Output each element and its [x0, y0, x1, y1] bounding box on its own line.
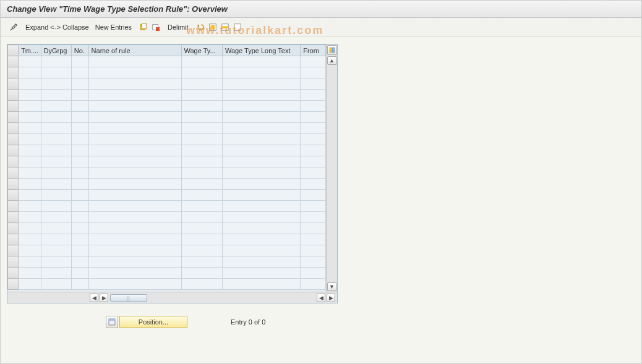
cell[interactable] [181, 201, 222, 212]
cell[interactable] [41, 201, 71, 212]
scroll-right-step-icon[interactable]: ▶ [100, 294, 108, 302]
cell[interactable] [181, 90, 222, 101]
cell[interactable] [301, 156, 326, 167]
row-selector[interactable] [8, 279, 19, 290]
cell[interactable] [301, 256, 326, 268]
cell[interactable] [71, 123, 88, 134]
cell[interactable] [41, 90, 71, 101]
cell[interactable] [222, 190, 300, 201]
cell[interactable] [222, 201, 300, 212]
cell[interactable] [19, 78, 41, 90]
cell[interactable] [301, 179, 326, 190]
cell[interactable] [88, 223, 181, 234]
cell[interactable] [19, 179, 41, 190]
table-row[interactable] [8, 145, 326, 156]
cell[interactable] [19, 123, 41, 134]
row-selector[interactable] [8, 212, 19, 223]
cell[interactable] [41, 167, 71, 179]
expand-collapse-button[interactable]: Expand <-> Collapse [25, 20, 89, 34]
cell[interactable] [301, 134, 326, 145]
cell[interactable] [19, 112, 41, 123]
scroll-right-icon[interactable]: ▶ [327, 294, 335, 302]
cell[interactable] [88, 234, 181, 245]
cell[interactable] [301, 167, 326, 179]
table-row[interactable] [8, 212, 326, 223]
cell[interactable] [181, 134, 222, 145]
position-button[interactable]: Position... [119, 316, 187, 328]
table-row[interactable] [8, 90, 326, 101]
scroll-down-icon[interactable]: ▼ [327, 282, 337, 291]
cell[interactable] [71, 67, 88, 78]
cell[interactable] [19, 67, 41, 78]
table-row[interactable] [8, 112, 326, 123]
cell[interactable] [222, 279, 300, 290]
new-entries-button[interactable]: New Entries [95, 20, 132, 34]
col-header-dygrpg[interactable]: DyGrpg [41, 45, 71, 56]
cell[interactable] [222, 56, 300, 67]
cell[interactable] [19, 256, 41, 268]
cell[interactable] [222, 234, 300, 245]
cell[interactable] [301, 245, 326, 256]
cell[interactable] [41, 123, 71, 134]
cell[interactable] [71, 212, 88, 223]
row-selector[interactable] [8, 190, 19, 201]
cell[interactable] [88, 268, 181, 279]
cell[interactable] [301, 90, 326, 101]
cell[interactable] [88, 78, 181, 90]
cell[interactable] [301, 145, 326, 156]
delete-icon[interactable] [150, 22, 161, 33]
cell[interactable] [41, 145, 71, 156]
cell[interactable] [301, 78, 326, 90]
table-row[interactable] [8, 256, 326, 268]
row-selector[interactable] [8, 167, 19, 179]
cell[interactable] [222, 134, 300, 145]
row-selector[interactable] [8, 179, 19, 190]
cell[interactable] [71, 179, 88, 190]
scroll-left-end-icon[interactable]: ◀ [317, 294, 325, 302]
row-selector[interactable] [8, 234, 19, 245]
delimit-button[interactable]: Delimit [168, 20, 189, 34]
cell[interactable] [71, 156, 88, 167]
cell[interactable] [19, 212, 41, 223]
cell[interactable] [19, 167, 41, 179]
cell[interactable] [301, 279, 326, 290]
cell[interactable] [88, 245, 181, 256]
cell[interactable] [41, 101, 71, 112]
cell[interactable] [222, 90, 300, 101]
cell[interactable] [222, 179, 300, 190]
cell[interactable] [41, 134, 71, 145]
cell[interactable] [222, 212, 300, 223]
cell[interactable] [301, 223, 326, 234]
cell[interactable] [71, 256, 88, 268]
cell[interactable] [19, 145, 41, 156]
table-row[interactable] [8, 78, 326, 90]
cell[interactable] [181, 268, 222, 279]
select-all-icon[interactable] [207, 22, 218, 33]
cell[interactable] [222, 167, 300, 179]
cell[interactable] [88, 56, 181, 67]
cell[interactable] [88, 156, 181, 167]
cell[interactable] [88, 212, 181, 223]
cell[interactable] [41, 112, 71, 123]
cell[interactable] [181, 112, 222, 123]
cell[interactable] [71, 90, 88, 101]
table-row[interactable] [8, 156, 326, 167]
select-all-header[interactable] [8, 45, 19, 56]
cell[interactable] [88, 67, 181, 78]
cell[interactable] [71, 167, 88, 179]
hscroll-thumb[interactable] [110, 294, 147, 302]
row-selector[interactable] [8, 268, 19, 279]
deselect-all-icon[interactable] [232, 22, 243, 33]
cell[interactable] [19, 90, 41, 101]
cell[interactable] [181, 179, 222, 190]
row-selector[interactable] [8, 78, 19, 90]
table-settings-icon[interactable] [327, 45, 337, 55]
cell[interactable] [19, 156, 41, 167]
cell[interactable] [301, 101, 326, 112]
cell[interactable] [301, 234, 326, 245]
cell[interactable] [41, 78, 71, 90]
col-header-from[interactable]: From [301, 45, 326, 56]
vertical-scrollbar[interactable]: ▲ ▼ [326, 44, 337, 292]
cell[interactable] [71, 101, 88, 112]
cell[interactable] [88, 134, 181, 145]
